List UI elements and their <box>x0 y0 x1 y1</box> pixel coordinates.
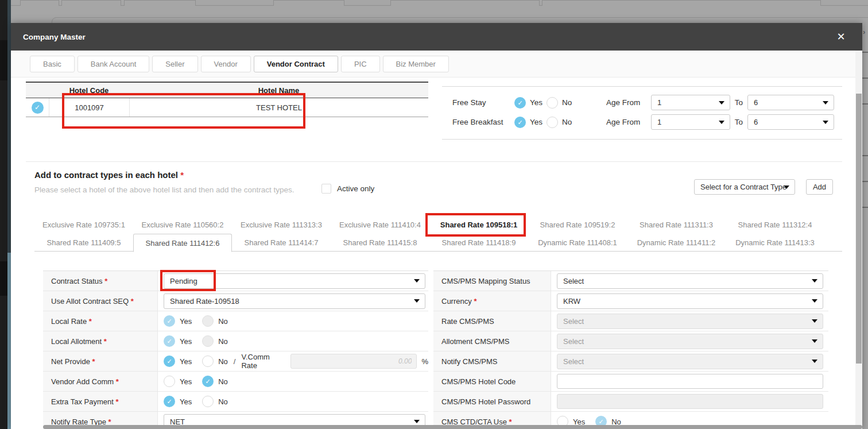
contract-tab[interactable]: Shared Rate 111311:3 <box>627 216 726 234</box>
vendor-add-comm-yes-radio[interactable] <box>164 376 175 387</box>
extra-tax-yes-radio[interactable]: ✓ <box>164 396 175 407</box>
free-breakfast-yes-radio[interactable]: ✓ <box>514 117 526 128</box>
free-breakfast-age-from-select[interactable]: 1 <box>651 114 730 130</box>
contract-tab[interactable]: Shared Rate 111409:5 <box>34 234 133 251</box>
tab-basic[interactable]: Basic <box>30 56 75 72</box>
chevron-down-icon <box>823 121 828 124</box>
hotel-table: Hotel Code Hotel Name ✓ 1001097 TEST HOT… <box>26 82 428 117</box>
modal-header: Company Master ✕ <box>11 23 862 51</box>
chevron-down-icon <box>812 360 817 363</box>
tab-biz-member[interactable]: Biz Member <box>383 56 449 72</box>
background-tab <box>390 0 540 6</box>
chevron-down-icon <box>719 101 724 105</box>
free-stay-yes-radio[interactable]: ✓ <box>514 97 526 109</box>
tab-vendor[interactable]: Vendor <box>201 56 251 72</box>
chevron-down-icon <box>719 121 724 124</box>
background-tab <box>124 0 196 6</box>
contract-tabs-row1: Exclusive Rate 109735:1 Exclusive Rate 1… <box>34 216 842 234</box>
close-icon[interactable]: ✕ <box>835 30 847 43</box>
tab-bank-account[interactable]: Bank Account <box>78 56 150 72</box>
form-row-local-rate: Local Rate * ✓Yes No <box>43 311 428 331</box>
contract-tab[interactable]: Shared Rate 111415:8 <box>331 234 429 251</box>
hotel-code-cell: 1001097 <box>49 98 129 117</box>
vertical-scrollbar-thumb[interactable] <box>856 94 862 364</box>
form-row-cms-hotel-password: CMS/PMS Hotel Password <box>433 392 828 412</box>
free-stay-age-to-select[interactable]: 6 <box>747 95 834 110</box>
local-allotment-yes-radio[interactable]: ✓ <box>164 335 175 347</box>
background-tab <box>20 0 59 6</box>
form-row-currency: Currency * KRW <box>433 291 828 311</box>
chevron-down-icon <box>414 299 420 303</box>
free-stay-no-radio[interactable] <box>547 97 558 109</box>
contract-tab[interactable]: Dynamic Rate 111413:3 <box>726 234 824 251</box>
row-selected-icon[interactable]: ✓ <box>32 102 44 114</box>
contract-tab-highlighted[interactable]: Shared Rate 109518:1 <box>429 216 528 234</box>
local-rate-yes-radio[interactable]: ✓ <box>164 315 175 327</box>
contract-tab[interactable]: Shared Rate 111418:9 <box>429 234 528 251</box>
form-row-local-allotment: Local Allotment * ✓Yes No <box>43 331 428 351</box>
contract-type-select[interactable]: Select for a Contract Type <box>694 179 795 195</box>
contract-tab[interactable]: Exclusive Rate 111410:4 <box>331 216 429 234</box>
free-stay-label: Free Stay <box>452 98 514 107</box>
chevron-down-icon <box>812 319 817 323</box>
modal-horizontal-scrollbar[interactable] <box>43 425 862 429</box>
form-row-notify-cms: Notify CMS/PMS Select <box>433 351 828 372</box>
free-breakfast-no-radio[interactable] <box>547 117 558 128</box>
contract-form-right: CMS/PMS Mapping Status Select Currency *… <box>433 270 828 429</box>
currency-select[interactable]: KRW <box>557 293 823 309</box>
table-row[interactable]: ✓ 1001097 TEST HOTEL <box>26 98 428 117</box>
contract-tab[interactable]: Dynamic Rate 111408:1 <box>528 234 627 251</box>
contract-tab[interactable]: Shared Rate 109519:2 <box>528 216 627 234</box>
contract-tab[interactable]: Exclusive Rate 110560:2 <box>133 216 232 234</box>
modal-vertical-scrollbar[interactable] <box>855 51 862 429</box>
vcomm-rate-input[interactable] <box>290 354 417 369</box>
tab-pic[interactable]: PIC <box>341 56 380 72</box>
age-from-label: Age From <box>606 118 651 126</box>
background-right-strip: › <box>862 23 868 429</box>
tab-seller[interactable]: Seller <box>152 56 197 72</box>
local-rate-no-radio[interactable] <box>202 315 214 327</box>
to-label: To <box>730 98 747 107</box>
extra-tax-no-radio[interactable] <box>202 396 214 407</box>
app-left-sidebar <box>0 0 7 429</box>
chevron-down-icon <box>784 185 789 189</box>
contract-tab[interactable]: Shared Rate 111312:4 <box>726 216 824 234</box>
chevron-down-icon <box>812 299 817 303</box>
rate-cms-select[interactable]: Select <box>557 314 823 329</box>
net-provide-no-radio[interactable] <box>202 355 214 367</box>
free-breakfast-row: Free Breakfast ✓ Yes No Age From 1 To 6 <box>452 114 842 130</box>
cms-hotel-code-input[interactable] <box>557 374 823 389</box>
vendor-add-comm-no-radio[interactable]: ✓ <box>202 376 214 387</box>
net-provide-yes-radio[interactable]: ✓ <box>164 355 175 367</box>
benefit-panel: Free Stay ✓ Yes No Age From 1 To 6 Free … <box>442 86 842 140</box>
free-stay-age-from-select[interactable]: 1 <box>651 95 730 110</box>
form-row-use-allot-seq: Use Allot Contract SEQ * Shared Rate-109… <box>43 291 428 311</box>
chevron-down-icon <box>414 420 420 423</box>
use-allot-seq-select[interactable]: Shared Rate-109518 <box>164 293 425 309</box>
column-hotel-code: Hotel Code <box>49 83 129 98</box>
background-tab <box>61 0 121 6</box>
cms-mapping-status-select[interactable]: Select <box>557 273 823 289</box>
contract-tab[interactable]: Shared Rate 111414:7 <box>232 234 331 251</box>
tab-vendor-contract[interactable]: Vendor Contract <box>254 56 338 72</box>
contract-tab-active[interactable]: Shared Rate 111412:6 <box>133 234 232 252</box>
form-row-allotment-cms: Allotment CMS/PMS Select <box>433 331 828 351</box>
notify-cms-select[interactable]: Select <box>557 354 823 369</box>
contract-status-select[interactable]: Pending <box>164 273 425 289</box>
form-row-net-provide: Net Provide * ✓Yes No / V.Comm Rate % <box>43 351 428 372</box>
allotment-cms-select[interactable]: Select <box>557 334 823 349</box>
chevron-down-icon <box>823 101 828 105</box>
contract-tab[interactable]: Exclusive Rate 111313:3 <box>232 216 331 234</box>
free-breakfast-age-to-select[interactable]: 6 <box>747 114 834 130</box>
contract-tab[interactable]: Dynamic Rate 111411:2 <box>627 234 726 251</box>
cms-hotel-password-input[interactable] <box>557 394 823 409</box>
company-master-modal: Company Master ✕ Basic Bank Account Sell… <box>11 23 862 429</box>
chevron-down-icon <box>812 279 817 283</box>
contract-tab[interactable]: Exclusive Rate 109735:1 <box>34 216 133 234</box>
local-allotment-no-radio[interactable] <box>202 335 214 347</box>
free-stay-row: Free Stay ✓ Yes No Age From 1 To 6 <box>452 95 842 110</box>
add-button[interactable]: Add <box>806 179 833 195</box>
active-only-checkbox[interactable] <box>321 184 331 194</box>
form-row-vendor-add-comm: Vendor Add Comm * Yes ✓No <box>43 372 428 392</box>
sidebar-segment <box>0 261 7 296</box>
